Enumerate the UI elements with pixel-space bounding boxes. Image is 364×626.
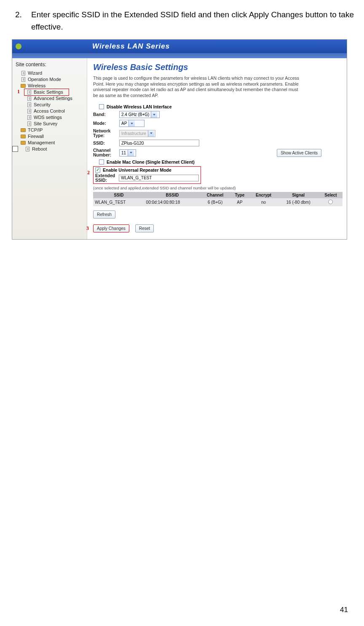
cell-encrypt: no — [249, 198, 278, 206]
channel-select[interactable]: 11 — [119, 149, 136, 156]
refresh-button[interactable]: Refresh — [93, 210, 115, 219]
repeater-label: Enable Universal Repeater Mode — [103, 167, 171, 173]
chevron-down-icon — [148, 130, 154, 137]
page-heading: Wireless Basic Settings — [93, 62, 343, 72]
cell-signal: 16 (-80 dbm) — [278, 198, 319, 206]
logo-area — [12, 40, 88, 53]
band-select[interactable]: 2.4 GHz (B+G) — [119, 111, 160, 118]
logo-icon — [16, 43, 21, 49]
folder-icon — [21, 84, 26, 88]
table-row: WLAN_G_TEST 00:0d:14:00:80:18 6 (B+G) AP… — [93, 198, 343, 206]
update-note: (once selected and applied,extended SSID… — [93, 186, 343, 190]
sidebar-item-site-survey[interactable]: Site Survey — [14, 121, 85, 127]
reset-button[interactable]: Reset — [135, 224, 154, 232]
document-icon — [26, 147, 29, 151]
document-icon — [21, 77, 25, 82]
ext-ssid-input[interactable]: WLAN_G_TEST — [119, 175, 199, 181]
folder-icon — [21, 141, 26, 145]
highlight-box-2: Enable Universal Repeater Mode Extended … — [93, 166, 201, 184]
network-type-select: Infrastructure — [119, 130, 155, 137]
cell-type: AP — [230, 198, 249, 206]
cell-bssid: 00:0d:14:00:80:18 — [145, 198, 201, 206]
sidebar-item-access-control[interactable]: Access Control — [14, 108, 85, 114]
callout-3: 3 — [86, 225, 89, 232]
band-label: Band: — [93, 112, 119, 117]
scan-table: SSID BSSID Channel Type Encrypt Signal S… — [93, 192, 343, 206]
col-bssid: BSSID — [145, 192, 201, 198]
callout-1: 1 — [17, 89, 20, 95]
mac-clone-checkbox[interactable] — [99, 159, 104, 165]
col-type: Type — [230, 192, 249, 198]
disable-wlan-checkbox[interactable] — [99, 104, 104, 109]
sidebar-item-security[interactable]: Security — [14, 102, 85, 108]
col-select: Select — [319, 192, 343, 198]
col-signal: Signal — [278, 192, 319, 198]
chevron-down-icon — [128, 120, 135, 127]
repeater-block: 2 Enable Universal Repeater Mode Extende… — [93, 166, 343, 184]
chevron-down-icon — [128, 150, 134, 156]
sidebar: Site contents: Wizard Operation Mode Wir… — [12, 58, 87, 239]
cell-channel: 6 (B+G) — [200, 198, 230, 206]
document-icon — [27, 96, 31, 101]
channel-label: Channel Number: — [93, 148, 119, 157]
sidebar-item-basic-settings[interactable]: 1Basic Settings — [14, 89, 85, 95]
content-pane: Wireless Basic Settings This page is use… — [87, 58, 347, 239]
sidebar-item-operation-mode[interactable]: Operation Mode — [14, 76, 85, 83]
sidebar-item-wizard[interactable]: Wizard — [14, 70, 85, 76]
cell-ssid: WLAN_G_TEST — [93, 198, 145, 206]
radio-icon[interactable] — [328, 200, 333, 204]
instruction-body: Enter specific SSID in the Extended SSID… — [31, 8, 354, 33]
document-icon — [27, 115, 31, 120]
ssid-label: SSID: — [93, 141, 119, 146]
sidebar-item-reboot[interactable]: Reboot — [14, 146, 85, 152]
cell-select[interactable] — [319, 198, 343, 206]
app-title: Wireless LAN Series — [88, 42, 347, 51]
sidebar-item-tcpip[interactable]: TCP/IP — [14, 127, 85, 133]
apply-changes-button[interactable]: Apply Changes — [93, 224, 129, 232]
sidebar-item-wds-settings[interactable]: WDS settings — [14, 114, 85, 121]
sidebar-item-management[interactable]: Management — [14, 140, 85, 146]
mac-clone-label: Enable Mac Clone (Single Ethernet Client… — [107, 159, 195, 165]
mode-label: Mode: — [93, 121, 119, 126]
cursor-icon — [12, 146, 18, 152]
mode-select[interactable]: AP — [119, 120, 145, 127]
callout-2: 2 — [87, 170, 90, 176]
document-icon — [27, 121, 31, 126]
disable-wlan-label: Disable Wireless LAN Interface — [107, 104, 172, 109]
apply-block: 3 Apply Changes — [93, 224, 129, 232]
title-bar: Wireless LAN Series — [12, 40, 347, 53]
repeater-checkbox[interactable] — [95, 167, 100, 173]
folder-icon — [21, 135, 26, 138]
chevron-down-icon — [151, 111, 157, 118]
ext-ssid-label: Extended SSID: — [95, 173, 119, 183]
sub-bar — [12, 53, 347, 58]
page-description: This page is used to configure the param… — [93, 76, 304, 99]
show-active-clients-button[interactable]: Show Active Clients — [277, 149, 321, 157]
page-number: 41 — [340, 606, 348, 614]
document-icon — [27, 90, 31, 94]
instruction-number: 2. — [15, 8, 31, 33]
nav-tree: Wizard Operation Mode Wireless 1Basic Se… — [14, 70, 85, 152]
ssid-input[interactable]: ZPlus-G120 — [119, 140, 199, 146]
document-icon — [27, 103, 31, 107]
network-type-label: Network Type: — [93, 129, 119, 138]
sidebar-item-advanced-settings[interactable]: Advanced Settings — [14, 95, 85, 102]
document-icon — [21, 71, 25, 76]
col-ssid: SSID — [93, 192, 145, 198]
screenshot-frame: Wireless LAN Series Site contents: Wizar… — [12, 39, 347, 240]
sidebar-item-wireless[interactable]: Wireless — [14, 83, 85, 89]
instruction-text: 2. Enter specific SSID in the Extended S… — [15, 8, 354, 33]
col-channel: Channel — [200, 192, 230, 198]
document-icon — [27, 109, 31, 113]
table-header-row: SSID BSSID Channel Type Encrypt Signal S… — [93, 192, 343, 198]
sidebar-header: Site contents: — [14, 61, 85, 70]
col-encrypt: Encrypt — [249, 192, 278, 198]
sidebar-item-firewall[interactable]: Firewall — [14, 133, 85, 140]
folder-icon — [21, 128, 26, 132]
